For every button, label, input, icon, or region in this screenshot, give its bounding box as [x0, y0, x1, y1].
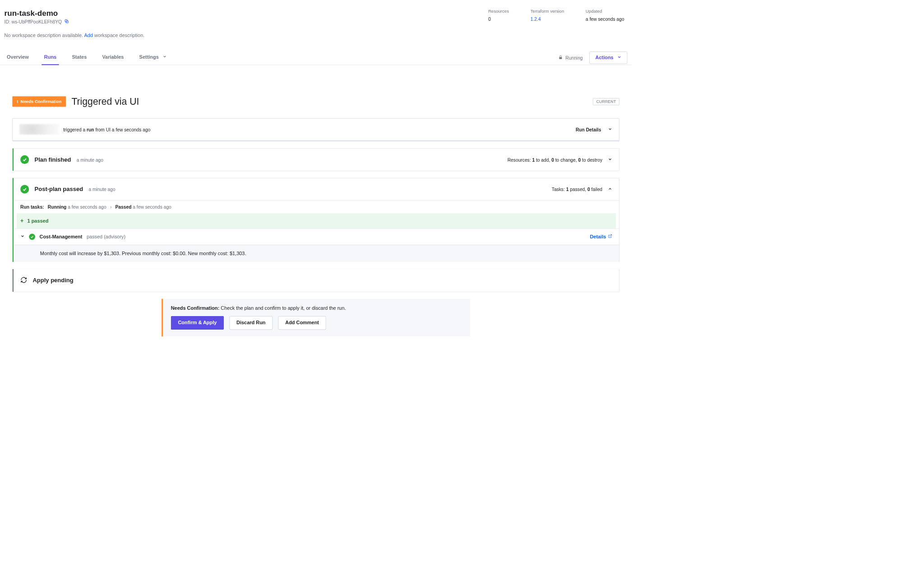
chevron-down-icon [20, 234, 25, 239]
task-message: Monthly cost will increase by $1,303. Pr… [14, 245, 619, 262]
current-pill: CURRENT [593, 98, 619, 105]
check-icon [20, 185, 29, 193]
chevron-down-icon [617, 55, 622, 61]
plan-title: Plan finished [35, 156, 71, 163]
passed-strip[interactable]: + 1 passed [17, 213, 616, 228]
post-plan-tasks: Tasks: 1 passed, 0 failed [552, 186, 602, 192]
task-status: passed (advisory) [87, 234, 125, 239]
tab-runs[interactable]: Runs [42, 51, 59, 65]
avatar [19, 124, 60, 135]
task-item[interactable]: Cost-Management passed (advisory) Detail… [14, 228, 619, 245]
confirmation-label: Needs Confirmation: [171, 306, 220, 311]
check-icon [20, 155, 29, 164]
details-link[interactable]: Details [590, 234, 612, 239]
plus-icon: + [20, 218, 23, 224]
workspace-id-label: ID: ws-UbPffPooKLEFh8YQ [5, 19, 62, 24]
plan-resources: Resources: 1 to add, 0 to change, 0 to d… [508, 157, 602, 163]
post-plan-title: Post-plan passed [35, 186, 83, 193]
plan-time: a minute ago [77, 157, 103, 163]
run-tasks-bar: Run tasks: Running a few seconds ago › P… [14, 200, 619, 214]
chevron-right-icon: › [110, 205, 111, 210]
lock-icon [559, 55, 563, 61]
external-link-icon [608, 234, 612, 239]
lock-status: Running [559, 55, 583, 61]
check-icon [29, 233, 35, 240]
chevron-down-icon[interactable] [608, 127, 612, 132]
apply-title: Apply pending [32, 277, 73, 284]
stat-resources: Resources 0 [488, 9, 509, 38]
apply-card: Apply pending [12, 269, 619, 292]
run-details-link[interactable]: Run Details [576, 127, 601, 132]
alert-icon: ! [17, 99, 18, 104]
stat-terraform-version: Terraform version 1.2.4 [531, 9, 564, 38]
workspace-title: run-task-demo [5, 9, 145, 18]
tab-settings[interactable]: Settings [137, 51, 169, 65]
confirmation-text: Check the plan and confirm to apply it, … [221, 306, 346, 311]
post-plan-time: a minute ago [88, 186, 115, 192]
stat-updated: Updated a few seconds ago [586, 9, 624, 38]
actions-button[interactable]: Actions [590, 51, 628, 64]
post-plan-card: Post-plan passed a minute ago Tasks: 1 p… [12, 178, 619, 262]
chevron-down-icon [162, 55, 167, 60]
trigger-card: triggered a run from UI a few seconds ag… [12, 118, 619, 141]
confirm-apply-button[interactable]: Confirm & Apply [171, 316, 224, 330]
workspace-description: No workspace description available. Add … [5, 33, 145, 38]
trigger-text: triggered a run from UI a few seconds ag… [63, 127, 576, 132]
copy-icon[interactable] [65, 19, 69, 25]
plan-card: Plan finished a minute ago Resources: 1 … [12, 148, 619, 171]
chevron-up-icon[interactable] [608, 186, 612, 192]
refresh-icon [20, 277, 27, 284]
tab-overview[interactable]: Overview [5, 51, 32, 65]
discard-run-button[interactable]: Discard Run [229, 316, 273, 330]
svg-rect-2 [559, 57, 562, 59]
add-description-link[interactable]: Add [84, 33, 92, 38]
confirmation-box: Needs Confirmation: Check the plan and c… [162, 299, 470, 336]
status-badge: ! Needs Confirmation [12, 96, 66, 107]
run-title: Triggered via UI [71, 96, 587, 107]
chevron-down-icon[interactable] [608, 157, 612, 163]
terraform-version-link[interactable]: 1.2.4 [531, 17, 564, 22]
tab-variables[interactable]: Variables [100, 51, 126, 65]
tab-states[interactable]: States [69, 51, 89, 65]
add-comment-button[interactable]: Add Comment [278, 316, 326, 330]
task-name: Cost-Management [40, 234, 83, 239]
